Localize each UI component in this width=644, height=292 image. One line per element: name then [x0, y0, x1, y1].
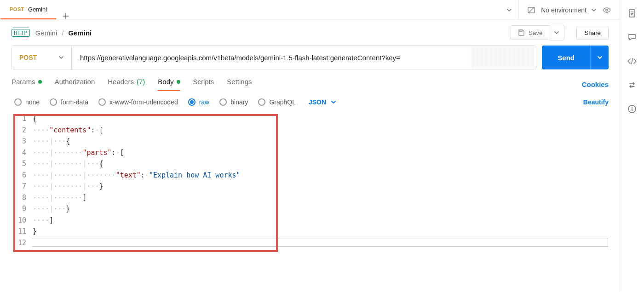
tab-authorization[interactable]: Authorization	[55, 78, 95, 91]
raw-format-value: JSON	[309, 98, 326, 106]
tab-label: Params	[12, 78, 35, 86]
send-button[interactable]: Send	[542, 46, 590, 69]
tab-gemini[interactable]: POST Gemini	[0, 0, 56, 19]
radio-label: GraphQL	[269, 98, 296, 106]
chevron-down-icon	[331, 99, 336, 105]
http-method-select[interactable]: POST	[12, 46, 72, 69]
save-button-group: Save	[511, 25, 564, 40]
tab-body[interactable]: Body	[158, 78, 180, 91]
info-icon	[627, 104, 637, 114]
environment-area: No environment	[518, 0, 620, 19]
code-gutter: 1 2 3 4 5 6 7 8 9 10 11 12	[14, 113, 33, 248]
chevron-down-icon	[591, 7, 597, 13]
http-badge: HTTP	[12, 29, 30, 37]
chevron-down-icon	[597, 55, 603, 60]
radio-label: none	[25, 98, 40, 106]
beautify-button[interactable]: Beautify	[583, 98, 609, 106]
chevron-down-icon	[554, 30, 559, 35]
body-type-binary[interactable]: binary	[219, 98, 248, 106]
plus-icon	[63, 13, 69, 19]
app-root: POST Gemini No environment	[0, 0, 644, 292]
rail-code-button[interactable]	[627, 57, 637, 66]
radio-label: raw	[199, 98, 210, 106]
tab-label: Headers	[108, 78, 134, 86]
body-type-urlencoded[interactable]: x-www-form-urlencoded	[98, 98, 178, 106]
rail-related-button[interactable]	[627, 80, 637, 90]
svg-line-1	[529, 7, 534, 13]
svg-rect-3	[520, 30, 522, 32]
radio-label: form-data	[61, 98, 88, 106]
rail-info-button[interactable]	[627, 104, 637, 114]
headers-count: (7)	[137, 78, 145, 86]
body-type-none[interactable]: none	[14, 98, 40, 106]
tab-scripts[interactable]: Scripts	[193, 78, 214, 91]
url-row: POST Send	[0, 46, 620, 69]
breadcrumb-collection[interactable]: Gemini	[35, 29, 58, 37]
environment-label: No environment	[541, 6, 586, 14]
code-icon	[627, 57, 637, 66]
tabs-overflow-button[interactable]	[500, 0, 518, 19]
code-editor-wrap: 1 2 3 4 5 6 7 8 9 10 11 12 { ····"conten…	[0, 113, 620, 248]
eye-icon	[602, 6, 611, 15]
tab-label: Scripts	[193, 78, 214, 86]
environment-select[interactable]: No environment	[541, 6, 597, 14]
green-dot-icon	[177, 80, 180, 84]
chevron-down-icon	[58, 55, 64, 60]
body-type-raw[interactable]: raw	[188, 98, 210, 106]
tab-label: Authorization	[55, 78, 95, 86]
breadcrumb-request: Gemini	[68, 29, 92, 37]
save-label: Save	[529, 29, 542, 36]
send-dropdown-button[interactable]	[590, 46, 609, 69]
green-dot-icon	[38, 80, 42, 84]
top-tabs-row: POST Gemini No environment	[0, 0, 620, 20]
chevron-down-icon	[506, 7, 512, 13]
body-type-form-data[interactable]: form-data	[50, 98, 88, 106]
request-tabs-row: Params Authorization Headers (7) Body Sc…	[0, 69, 620, 91]
breadcrumb-separator: /	[62, 29, 63, 37]
breadcrumb-row: HTTP Gemini / Gemini Save Share	[0, 20, 620, 46]
environment-quicklook-button[interactable]	[602, 6, 611, 15]
tab-label: Body	[158, 78, 173, 86]
rail-comments-button[interactable]	[627, 33, 637, 42]
url-redacted-segment	[472, 46, 536, 69]
url-input[interactable]	[72, 46, 472, 69]
tabs-region: POST Gemini	[0, 0, 500, 19]
body-type-row: none form-data x-www-form-urlencoded raw…	[0, 91, 620, 110]
save-icon	[518, 29, 525, 36]
cookies-link[interactable]: Cookies	[582, 80, 609, 88]
code-lines[interactable]: { ····"contents":·[ ····|···{ ····|·····…	[33, 113, 620, 248]
right-rail	[620, 0, 644, 292]
comment-icon	[627, 33, 637, 42]
tab-settings[interactable]: Settings	[227, 78, 252, 91]
tab-headers[interactable]: Headers (7)	[108, 78, 145, 91]
no-environment-icon	[527, 6, 535, 14]
send-split: Send	[542, 46, 609, 69]
tab-title: Gemini	[28, 6, 47, 13]
tab-params[interactable]: Params	[12, 78, 42, 91]
body-type-graphql[interactable]: GraphQL	[258, 98, 296, 106]
save-dropdown-button[interactable]	[549, 25, 564, 40]
svg-point-2	[606, 9, 608, 11]
save-button[interactable]: Save	[511, 25, 549, 40]
tab-method-badge: POST	[10, 6, 24, 12]
code-editor[interactable]: 1 2 3 4 5 6 7 8 9 10 11 12 { ····"conten…	[0, 113, 620, 248]
request-box: POST	[12, 46, 536, 69]
rail-documentation-button[interactable]	[627, 9, 637, 18]
share-button[interactable]: Share	[576, 26, 609, 40]
radio-label: x-www-form-urlencoded	[109, 98, 178, 106]
svg-point-9	[632, 107, 632, 108]
breadcrumbs: Gemini / Gemini	[35, 29, 92, 37]
http-method-value: POST	[19, 54, 37, 61]
raw-format-select[interactable]: JSON	[309, 98, 336, 106]
main-column: POST Gemini No environment	[0, 0, 620, 292]
radio-label: binary	[230, 98, 248, 106]
document-icon	[627, 9, 637, 18]
tab-label: Settings	[227, 78, 252, 86]
new-tab-button[interactable]	[56, 13, 75, 19]
swap-icon	[627, 80, 637, 90]
